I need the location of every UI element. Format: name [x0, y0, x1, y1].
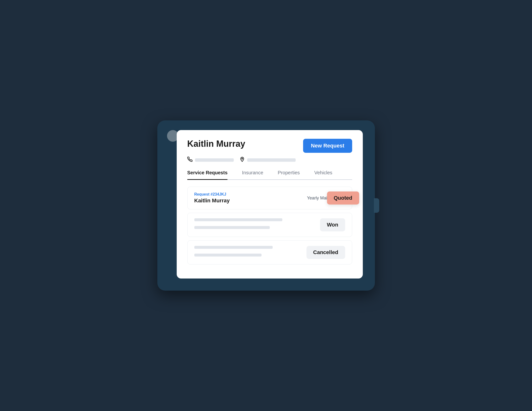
tab-vehicles[interactable]: Vehicles	[314, 170, 332, 176]
request-number-1: Request #234JKJ	[194, 192, 230, 197]
request-customer-1: Kaitlin Murray	[194, 198, 230, 204]
placeholder-line-1	[194, 218, 283, 221]
main-card: Kaitlin Murray New Request	[177, 130, 363, 278]
status-badge-won[interactable]: Won	[320, 218, 345, 231]
status-badge-cancelled[interactable]: Cancelled	[306, 246, 345, 259]
svg-point-0	[241, 158, 243, 159]
placeholder-line-2	[194, 226, 270, 229]
tab-properties[interactable]: Properties	[278, 170, 300, 176]
tab-service-requests[interactable]: Service Requests	[187, 170, 228, 180]
phone-icon	[187, 157, 193, 163]
placeholder-line-4	[194, 254, 262, 257]
location-contact	[239, 157, 296, 163]
tabs-bar: Service Requests Insurance Properties Ve…	[187, 170, 352, 180]
new-request-button[interactable]: New Request	[303, 139, 352, 153]
device-tab	[374, 198, 379, 213]
request-card-1[interactable]: Request #234JKJ Kaitlin Murray Yearly Ma…	[187, 187, 352, 209]
request-card-3[interactable]: Cancelled	[187, 240, 352, 265]
request-list: Request #234JKJ Kaitlin Murray Yearly Ma…	[187, 187, 352, 268]
device-frame: Kaitlin Murray New Request	[157, 120, 375, 291]
tab-insurance[interactable]: Insurance	[242, 170, 263, 176]
placeholder-line-3	[194, 246, 273, 249]
placeholder-group-2	[194, 218, 320, 231]
card-header: Kaitlin Murray New Request	[187, 139, 352, 153]
request-info-1: Request #234JKJ Kaitlin Murray	[194, 192, 230, 204]
location-icon	[239, 157, 245, 163]
phone-placeholder	[195, 158, 234, 162]
customer-name: Kaitlin Murray	[187, 139, 245, 149]
request-card-2[interactable]: Won	[187, 213, 352, 237]
status-badge-quoted[interactable]: Quoted	[327, 191, 359, 205]
placeholder-group-3	[194, 246, 306, 259]
contact-row	[187, 157, 352, 163]
phone-contact	[187, 157, 234, 163]
address-placeholder	[247, 158, 296, 162]
